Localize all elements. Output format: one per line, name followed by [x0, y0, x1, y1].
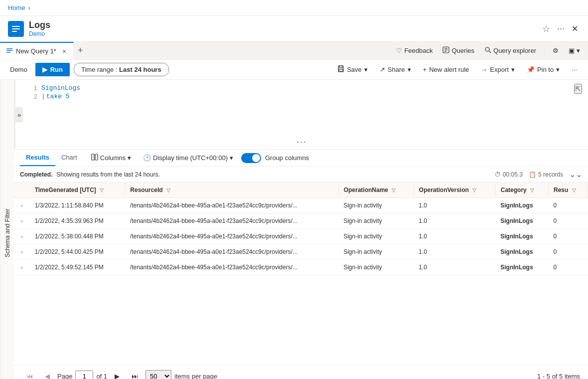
feedback-button[interactable]: ♡ Feedback	[392, 45, 437, 56]
filter-icon-operation[interactable]: ▽	[392, 188, 396, 193]
filter-icon-time[interactable]: ▽	[100, 188, 104, 193]
first-page-button[interactable]: ⏮	[22, 370, 37, 379]
filter-icon-resource[interactable]: ▽	[166, 188, 170, 193]
columns-label: Columns	[100, 154, 126, 162]
cell-version: 1.0	[414, 229, 495, 244]
pagination: ⏮ ◀ Page of 1 ▶ ⏭ 50 100 200 items per p…	[14, 366, 588, 379]
explorer-icon	[484, 46, 491, 55]
expand-row-button[interactable]: ›	[19, 248, 25, 256]
alert-icon: +	[423, 66, 427, 73]
run-icon: ▶	[42, 66, 47, 73]
cell-time: 1/3/2022, 1:11:58.840 PM	[30, 198, 125, 213]
expand-row-button[interactable]: ›	[19, 201, 25, 209]
export-icon: →	[481, 66, 487, 73]
pin-icon-btn[interactable]: ☆	[540, 21, 552, 36]
filter-icon-version[interactable]: ▽	[472, 188, 476, 193]
items-count: 1 - 5 of 5 items	[537, 373, 580, 379]
home-link[interactable]: Home	[8, 4, 25, 11]
status-right: ⏱ 00:05.3 📋 5 records ⌄⌄	[495, 170, 582, 179]
gear-icon: ⚙	[553, 47, 559, 54]
app-title-group: Logs Demo	[29, 20, 540, 37]
logs-icon	[11, 24, 21, 34]
chart-tab[interactable]: Chart	[55, 150, 83, 166]
tab-close-button[interactable]: ×	[61, 47, 67, 55]
toolbar: Demo ▶ Run Time range : Last 24 hours Sa…	[0, 60, 588, 80]
tab-right-actions: ♡ Feedback Queries Query explore	[392, 44, 588, 57]
save-button[interactable]: Save ▾	[332, 63, 373, 76]
export-button[interactable]: → Export ▾	[476, 63, 520, 76]
expand-editor-button[interactable]: ···	[296, 137, 307, 147]
expand-row-button[interactable]: ›	[19, 217, 25, 225]
heart-icon: ♡	[396, 47, 402, 54]
svg-rect-3	[6, 48, 12, 49]
duration-item: ⏱ 00:05.3	[495, 171, 523, 178]
svg-rect-14	[339, 69, 343, 71]
active-tab[interactable]: New Query 1* ×	[0, 42, 74, 59]
expand-row-button[interactable]: ›	[19, 232, 25, 240]
expand-cell: ›	[14, 229, 30, 244]
share-icon: ↗	[380, 66, 385, 73]
svg-line-11	[489, 51, 491, 53]
run-button[interactable]: ▶ Run	[35, 63, 70, 76]
export-chevron: ▾	[511, 66, 515, 73]
editor-empty-space[interactable]	[25, 101, 588, 131]
cell-category: SignInLogs	[495, 213, 548, 229]
columns-button[interactable]: Columns ▾	[87, 152, 135, 164]
save-chevron: ▾	[364, 66, 368, 73]
cell-category: SignInLogs	[495, 198, 548, 213]
app-header: Logs Demo ☆ ··· ✕	[0, 16, 588, 42]
more-icon: ···	[572, 66, 577, 73]
share-chevron: ▾	[408, 66, 411, 73]
cell-version: 1.0	[414, 244, 495, 260]
items-per-page-select[interactable]: 50 100 200	[146, 370, 171, 379]
page-label: Page	[57, 373, 72, 379]
next-page-button[interactable]: ▶	[110, 370, 124, 379]
table-row: › 1/3/2022, 1:11:58.840 PM /tenants/4b24…	[14, 198, 588, 213]
expand-results-button[interactable]: ⌄⌄	[569, 170, 582, 179]
cell-time: 1/2/2022, 5:44:00.425 PM	[30, 244, 125, 260]
queries-icon	[442, 46, 449, 55]
share-button[interactable]: ↗ Share ▾	[375, 63, 416, 76]
last-page-button[interactable]: ⏭	[127, 370, 143, 379]
code-content-2[interactable]: take 5	[46, 93, 70, 100]
code-content-1[interactable]: SigninLogs	[41, 84, 80, 92]
settings-button[interactable]: ⚙	[549, 45, 563, 56]
line-number-1: 1	[25, 84, 41, 92]
cell-time: 1/2/2022, 5:38:00.448 PM	[30, 229, 125, 244]
more-options-btn[interactable]: ···	[555, 21, 567, 36]
display-time-button[interactable]: 🕐 Display time (UTC+00:00) ▾	[139, 152, 237, 164]
display-time-label: Display time (UTC+00:00)	[153, 154, 228, 162]
queries-button[interactable]: Queries	[439, 44, 478, 57]
more-toolbar-button[interactable]: ···	[567, 63, 582, 76]
svg-rect-13	[339, 66, 342, 68]
expand-row-button[interactable]: ›	[19, 263, 25, 271]
svg-point-10	[485, 47, 489, 51]
time-range-button[interactable]: Time range : Last 24 hours	[74, 63, 169, 76]
collapse-editor-button[interactable]: ⇱	[574, 84, 582, 94]
columns-chevron: ▾	[128, 154, 131, 162]
of-label: of 1	[96, 373, 107, 379]
group-columns-toggle[interactable]	[241, 153, 261, 163]
expand-cell: ›	[14, 260, 30, 275]
add-tab-button[interactable]: +	[74, 43, 87, 58]
page-input[interactable]	[75, 371, 93, 379]
cell-operation: Sign-in activity	[338, 244, 414, 260]
filter-icon-category[interactable]: ▽	[530, 188, 534, 193]
expand-sidebar-button[interactable]: »	[15, 107, 23, 123]
workspace-label: Demo	[6, 64, 31, 75]
cell-category: SignInLogs	[495, 244, 548, 260]
results-tab[interactable]: Results	[20, 150, 55, 166]
new-alert-rule-button[interactable]: + New alert rule	[418, 63, 474, 76]
timer-icon: ⏱	[495, 171, 501, 178]
view-toggle-button[interactable]: ▣ ▾	[565, 45, 584, 56]
close-button[interactable]: ✕	[570, 22, 580, 35]
schema-filter-sidebar[interactable]: Schema and Filter	[0, 80, 14, 379]
cell-resource: /tenants/4b2462a4-bbee-495a-a0e1-f23ae52…	[125, 213, 338, 229]
tab-icon	[6, 47, 13, 55]
table-row: › 1/2/2022, 4:35:39.963 PM /tenants/4b24…	[14, 213, 588, 229]
pin-to-button[interactable]: 📌 Pin to ▾	[522, 63, 565, 76]
query-explorer-button[interactable]: Query explorer	[480, 44, 540, 57]
prev-page-button[interactable]: ◀	[40, 370, 54, 379]
filter-icon-result[interactable]: ▽	[572, 188, 576, 193]
time-chevron: ▾	[230, 154, 233, 162]
